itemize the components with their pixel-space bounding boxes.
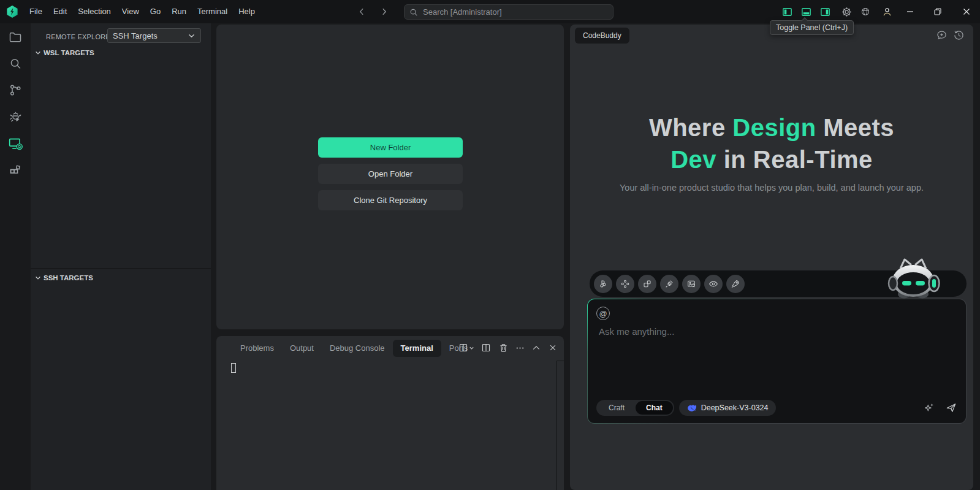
- preview-button[interactable]: [704, 275, 723, 293]
- rocket-icon: [731, 279, 740, 289]
- plug-icon: [664, 279, 674, 289]
- remote-explorer-icon[interactable]: [8, 136, 23, 151]
- chevron-down-icon: [188, 32, 196, 40]
- sidebar-divider: [31, 268, 211, 269]
- toggle-panel-tooltip: Toggle Panel (Ctrl+J): [770, 20, 854, 35]
- window-close-button[interactable]: [952, 0, 980, 23]
- close-icon: [963, 8, 970, 15]
- blocks-icon: [642, 279, 652, 289]
- run-and-debug-icon[interactable]: [8, 110, 23, 124]
- split-terminal-button[interactable]: [457, 342, 476, 354]
- deepseek-logo-icon: [687, 403, 697, 413]
- blocks-button[interactable]: [638, 275, 656, 293]
- close-icon: [549, 343, 557, 352]
- history-icon: [953, 29, 965, 41]
- bottom-panel: Problems Output Debug Console Terminal P…: [216, 336, 564, 490]
- chevron-down-icon: [34, 49, 42, 56]
- new-chat-button[interactable]: [936, 29, 948, 41]
- chat-input-box: @ Craft Chat DeepSeek-V3-0324: [587, 299, 967, 424]
- chevron-up-icon: [532, 343, 541, 352]
- split-panel-icon: [459, 343, 469, 353]
- chevron-down-icon: [469, 345, 474, 351]
- history-button[interactable]: [953, 29, 965, 41]
- chat-textarea[interactable]: [598, 325, 953, 386]
- chevron-left-icon: [357, 7, 366, 16]
- section-wsl-targets[interactable]: WSL TARGETS: [34, 47, 94, 59]
- dropdown-value: SSH Targets: [113, 31, 188, 40]
- source-control-icon[interactable]: [8, 83, 23, 98]
- hero-heading-line1: Where Design Meets: [570, 114, 973, 142]
- kill-terminal-button[interactable]: [497, 342, 509, 354]
- model-selector[interactable]: DeepSeek-V3-0324: [679, 400, 777, 416]
- integrations-button[interactable]: [660, 275, 678, 293]
- mode-craft-button[interactable]: Craft: [598, 404, 636, 412]
- layout-sidebar-right-icon: [820, 7, 830, 17]
- new-folder-button[interactable]: New Folder: [318, 137, 463, 158]
- section-ssh-targets[interactable]: SSH TARGETS: [34, 272, 93, 284]
- more-actions-button[interactable]: [514, 342, 526, 354]
- trash-icon: [499, 343, 508, 353]
- menu-edit[interactable]: Edit: [48, 0, 72, 23]
- hero-heading-line2: Dev in Real-Time: [570, 146, 973, 174]
- clone-git-repository-button[interactable]: Clone Git Repository: [318, 190, 463, 210]
- send-paper-plane-icon: [945, 402, 957, 414]
- window-restore-button[interactable]: [924, 0, 951, 23]
- components-button[interactable]: [616, 275, 634, 293]
- ssh-targets-dropdown[interactable]: SSH Targets: [107, 28, 201, 43]
- explorer-folder-icon[interactable]: [8, 30, 23, 45]
- figma-button[interactable]: [594, 275, 612, 293]
- window-minimize-button[interactable]: [896, 0, 924, 23]
- nav-back-button[interactable]: [354, 4, 370, 19]
- maximize-panel-button[interactable]: [530, 342, 542, 354]
- figma-icon: [598, 279, 608, 289]
- panel-actions: [457, 339, 559, 357]
- search-input[interactable]: [422, 7, 608, 17]
- layout-panel-bottom-icon: [801, 7, 811, 17]
- split-panel-icon: [482, 343, 492, 353]
- open-folder-button[interactable]: Open Folder: [318, 164, 463, 184]
- menu-help[interactable]: Help: [233, 0, 260, 23]
- enhance-prompt-button[interactable]: [923, 402, 935, 414]
- mention-button[interactable]: @: [596, 307, 610, 320]
- deploy-button[interactable]: [726, 275, 745, 293]
- mode-chat-button[interactable]: Chat: [636, 401, 673, 415]
- menu-run[interactable]: Run: [166, 0, 192, 23]
- tab-output[interactable]: Output: [282, 340, 322, 357]
- eye-icon: [708, 279, 718, 289]
- menu-view[interactable]: View: [116, 0, 145, 23]
- close-panel-button[interactable]: [547, 342, 559, 354]
- activity-bar: [0, 23, 31, 490]
- layout-sidebar-left-icon: [782, 7, 792, 17]
- browser-globe-icon: [860, 7, 870, 17]
- search-sidebar-icon[interactable]: [8, 56, 23, 71]
- tab-problems[interactable]: Problems: [232, 340, 282, 357]
- account-button[interactable]: [878, 0, 896, 23]
- browser-button[interactable]: [856, 0, 875, 23]
- chevron-right-icon: [380, 7, 389, 16]
- image-upload-icon: [686, 279, 696, 289]
- remote-explorer-sidebar: REMOTE EXPLORER SSH Targets WSL TARGETS …: [31, 23, 211, 490]
- extensions-icon[interactable]: [8, 163, 23, 178]
- person-icon: [882, 7, 892, 17]
- menu-terminal[interactable]: Terminal: [192, 0, 233, 23]
- chat-bottom-bar: Craft Chat DeepSeek-V3-0324: [596, 400, 957, 416]
- menu-file[interactable]: File: [24, 0, 48, 23]
- image-upload-button[interactable]: [682, 275, 701, 293]
- menu-selection[interactable]: Selection: [72, 0, 116, 23]
- tab-debug-console[interactable]: Debug Console: [322, 340, 393, 357]
- tab-codebuddy[interactable]: CodeBuddy: [575, 28, 629, 44]
- gear-icon: [841, 7, 852, 17]
- chat-plus-icon: [936, 29, 948, 41]
- global-search[interactable]: [404, 4, 613, 20]
- sidebar-title: REMOTE EXPLORER: [46, 33, 115, 40]
- split-editor-button[interactable]: [481, 342, 493, 354]
- codebuddy-panel: CodeBuddy Where Design Meets Dev in Real…: [570, 25, 973, 490]
- terminal-scrollbar[interactable]: [556, 361, 564, 490]
- components-icon: [620, 279, 630, 289]
- nav-forward-button[interactable]: [376, 4, 392, 19]
- menu-bar: File Edit Selection View Go Run Terminal…: [24, 0, 260, 23]
- chat-actions: [923, 402, 957, 414]
- menu-go[interactable]: Go: [145, 0, 166, 23]
- tab-terminal[interactable]: Terminal: [393, 340, 441, 357]
- send-button[interactable]: [945, 402, 957, 414]
